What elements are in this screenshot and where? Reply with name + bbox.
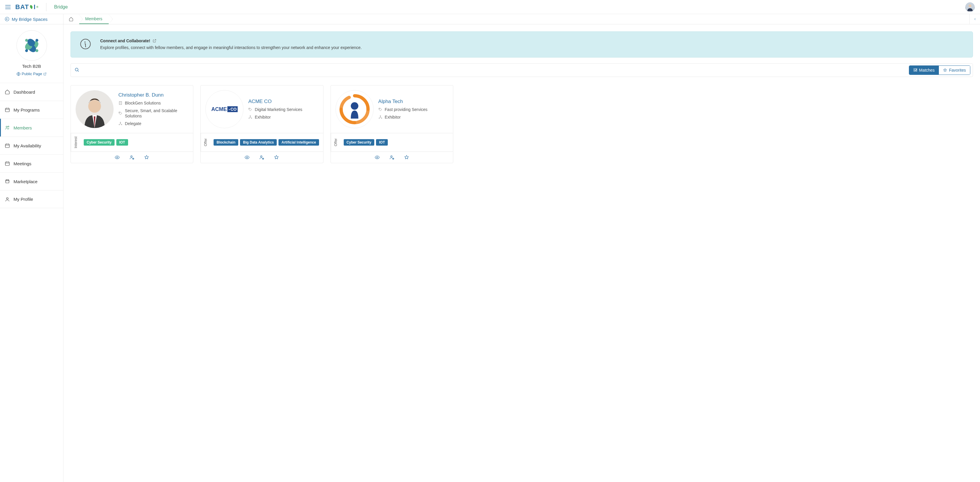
svg-point-39 [376,157,378,158]
member-card: Alpha Tech Fast providing Services Exhib… [331,85,453,163]
building-icon [118,101,123,105]
sidebar-nav: Dashboard My Programs Members My Availab… [0,83,63,208]
registered-mark: ® [37,6,39,8]
tag: Big Data Analytics [240,139,277,146]
menu-toggle-icon[interactable] [5,5,11,9]
filter-button-group: Matches Favorites [909,65,970,75]
svg-point-21 [120,122,121,123]
svg-point-3 [35,39,38,42]
tags-list: Cyber Security IOT [80,133,193,151]
member-tagline: Digital Marketing Services [248,107,318,112]
nav-label: Marketplace [14,179,38,184]
member-avatar: ACME●CO [205,90,243,128]
svg-point-5 [25,49,28,52]
breadcrumb-home[interactable] [64,14,79,24]
svg-point-22 [119,124,119,125]
product-name[interactable]: Bridge [54,5,68,10]
member-name[interactable]: Christopher B. Dunn [118,92,188,98]
breadcrumb-row: Members [64,14,980,24]
tag: Cyber Security [84,139,115,146]
back-to-spaces[interactable]: My Bridge Spaces [0,14,63,24]
sidebar: My Bridge Spaces Tech B2B [0,14,64,482]
nav-meetings[interactable]: Meetings [0,154,63,172]
favorite-icon[interactable] [143,154,150,160]
svg-point-9 [6,126,8,128]
member-role: Exhibitor [379,114,448,120]
svg-point-28 [250,116,251,116]
nav-dashboard[interactable]: Dashboard [0,83,63,101]
member-company: BlockGen Solutions [118,100,188,106]
tag-icon [118,111,123,115]
member-role: Delegate [118,121,188,126]
svg-point-6 [25,39,28,42]
tags-list: Blockchain Big Data Analytics Artificial… [210,133,323,151]
card-body: Alpha Tech Fast providing Services Exhib… [331,86,453,133]
favorite-icon[interactable] [403,154,410,160]
card-tags: Offer Cyber Security IOT [331,133,453,151]
member-card: ACME●CO ACME CO Digital Marketing Servic… [200,85,323,163]
connect-icon[interactable] [389,154,395,160]
svg-rect-11 [5,144,10,147]
info-description: Explore profiles, connect with fellow me… [100,45,964,51]
info-banner: Connect and Collaborate! Explore profile… [70,32,973,57]
search-icon[interactable] [73,66,81,75]
tag-icon [248,108,252,111]
svg-point-25 [131,155,132,157]
svg-point-29 [249,118,250,118]
tag: IOT [376,139,388,146]
star-icon [943,68,947,72]
tag: Blockchain [213,139,238,146]
member-name[interactable]: ACME CO [248,98,318,105]
svg-point-38 [381,118,382,118]
tag: IOT [116,139,128,146]
nav-marketplace[interactable]: Marketplace [0,172,63,190]
members-grid: Christopher B. Dunn BlockGen Solutions S… [70,85,973,163]
svg-point-34 [351,102,358,110]
view-icon[interactable] [244,154,250,160]
tags-type-label: Interest [71,133,80,151]
member-name[interactable]: Alpha Tech [379,98,448,105]
breadcrumb-current[interactable]: Members [79,14,109,24]
brand-logo[interactable]: BAT I ® [15,3,38,11]
user-avatar[interactable] [965,2,975,12]
svg-point-20 [119,113,120,113]
nav-availability[interactable]: My Availability [0,136,63,154]
acme-logo-icon: ACME●CO [211,106,238,113]
back-label: My Bridge Spaces [12,17,48,22]
public-page-label: Public Page [22,71,42,76]
svg-point-32 [261,155,262,157]
space-identity: Tech B2B Public Page [0,24,63,82]
connect-icon[interactable] [259,154,265,160]
card-tags: Offer Blockchain Big Data Analytics Arti… [200,133,323,151]
svg-point-35 [379,109,380,109]
nav-label: Dashboard [14,90,35,95]
matches-button[interactable]: Matches [909,66,939,75]
header-left: BAT I ® Bridge [5,3,68,11]
tag: Artificial Intelligence [278,139,319,146]
connect-icon[interactable] [129,154,135,160]
tag-icon [379,108,382,111]
nav-profile[interactable]: My Profile [0,190,63,208]
card-tags: Interest Cyber Security IOT [71,133,193,151]
svg-point-10 [8,126,9,127]
public-page-link[interactable]: Public Page [16,71,47,76]
favorites-button[interactable]: Favorites [939,66,970,75]
nav-label: My Availability [14,143,41,148]
favorite-icon[interactable] [273,154,280,160]
member-tagline: Secure, Smart, and Scalable Solutions [118,108,188,119]
network-icon [118,122,123,126]
external-link-icon[interactable] [153,39,157,43]
view-icon[interactable] [374,154,380,160]
nav-label: My Profile [14,197,33,202]
view-icon[interactable] [114,154,121,160]
nav-members[interactable]: Members [0,119,63,136]
collapse-panel-button[interactable] [969,14,980,24]
svg-point-1 [969,5,972,7]
tags-type-label: Offer [331,133,340,151]
nav-programs[interactable]: My Programs [0,101,63,119]
svg-point-16 [75,68,78,71]
svg-point-40 [391,155,392,157]
space-logo [16,30,47,61]
card-body: ACME●CO ACME CO Digital Marketing Servic… [200,86,323,133]
card-actions [331,151,453,163]
